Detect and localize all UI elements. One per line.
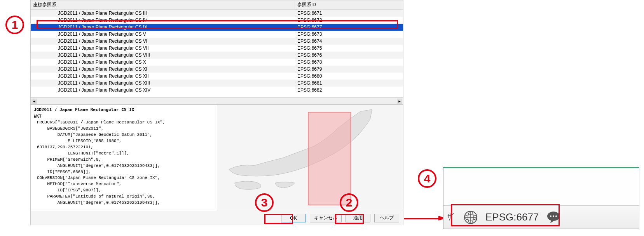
globe-icon[interactable] — [463, 210, 478, 225]
render-icon: ｻﾞ — [447, 212, 456, 222]
scroll-right-icon[interactable]: ► — [397, 99, 402, 104]
table-row[interactable]: JGD2011 / Japan Plane Rectangular CS IVE… — [31, 17, 403, 24]
table-header: 座標参照系 参照系ID — [31, 0, 403, 10]
crs-id-cell: EPSG:6679 — [295, 66, 403, 73]
crs-id-cell: EPSG:6676 — [295, 52, 403, 59]
table-row[interactable]: JGD2011 / Japan Plane Rectangular CS VII… — [31, 52, 403, 59]
horizontal-scrollbar[interactable]: ◄ ► — [31, 97, 403, 104]
crs-name-cell: JGD2011 / Japan Plane Rectangular CS III — [31, 10, 295, 17]
crs-id-cell: EPSG:6675 — [295, 45, 403, 52]
ok-button[interactable]: OK — [281, 214, 306, 222]
wkt-title: JGD2011 / Japan Plane Rectangular CS IX — [34, 107, 214, 112]
annotation-4: 4 — [418, 169, 436, 188]
crs-id-cell: EPSG:6673 — [295, 31, 403, 38]
annotation-2: 2 — [340, 193, 358, 212]
table-row[interactable]: JGD2011 / Japan Plane Rectangular CS XEP… — [31, 59, 403, 66]
crs-table: 座標参照系 参照系ID JGD2011 / Japan Plane Rectan… — [31, 0, 403, 104]
annotation-1: 1 — [5, 16, 24, 34]
apply-button[interactable]: 適用 — [346, 214, 370, 222]
svg-point-8 — [550, 215, 552, 217]
table-row[interactable]: JGD2011 / Japan Plane Rectangular CS XII… — [31, 80, 403, 87]
crs-id-cell: EPSG:6672 — [295, 17, 403, 24]
crs-name-cell: JGD2011 / Japan Plane Rectangular CS XII — [31, 73, 295, 80]
header-id[interactable]: 参照系ID — [295, 0, 403, 9]
table-row[interactable]: JGD2011 / Japan Plane Rectangular CS XIV… — [31, 87, 403, 94]
crs-name-cell: JGD2011 / Japan Plane Rectangular CS X — [31, 59, 295, 66]
wkt-panel[interactable]: JGD2011 / Japan Plane Rectangular CS IX … — [31, 105, 217, 211]
crs-id-cell: EPSG:6671 — [295, 10, 403, 17]
annotation-3: 3 — [255, 193, 274, 212]
crs-id-cell: EPSG:6682 — [295, 87, 403, 94]
wkt-label: WKT — [34, 114, 214, 119]
crs-id-cell: EPSG:6678 — [295, 59, 403, 66]
map-preview[interactable] — [217, 105, 403, 211]
status-strip: ｻﾞ EPSG:6677 — [443, 205, 639, 229]
table-row[interactable]: JGD2011 / Japan Plane Rectangular CS III… — [31, 10, 403, 17]
crs-name-cell: JGD2011 / Japan Plane Rectangular CS IX — [31, 24, 295, 31]
scroll-left-icon[interactable]: ◄ — [31, 99, 37, 104]
table-body[interactable]: JGD2011 / Japan Plane Rectangular CS III… — [31, 10, 403, 97]
header-crs[interactable]: 座標参照系 — [31, 0, 295, 9]
table-row[interactable]: JGD2011 / Japan Plane Rectangular CS XIE… — [31, 66, 403, 73]
messages-icon[interactable] — [546, 210, 561, 225]
wkt-content: PROJCRS["JGD2011 / Japan Plane Rectangul… — [34, 120, 214, 206]
help-button[interactable]: ヘルプ — [374, 214, 399, 222]
crs-name-cell: JGD2011 / Japan Plane Rectangular CS V — [31, 31, 295, 38]
crs-id-cell: EPSG:6674 — [295, 38, 403, 45]
crs-name-cell: JGD2011 / Japan Plane Rectangular CS IV — [31, 17, 295, 24]
crs-name-cell: JGD2011 / Japan Plane Rectangular CS VII — [31, 45, 295, 52]
crs-name-cell: JGD2011 / Japan Plane Rectangular CS VII… — [31, 52, 295, 59]
crs-id-cell: EPSG:6680 — [295, 73, 403, 80]
table-row[interactable]: JGD2011 / Japan Plane Rectangular CS XII… — [31, 73, 403, 80]
table-row[interactable]: JGD2011 / Japan Plane Rectangular CS IXE… — [31, 24, 403, 31]
japan-map-icon — [217, 105, 403, 211]
crs-name-cell: JGD2011 / Japan Plane Rectangular CS XII… — [31, 80, 295, 87]
crs-id-cell: EPSG:6677 — [295, 24, 403, 31]
crs-name-cell: JGD2011 / Japan Plane Rectangular CS XI — [31, 66, 295, 73]
statusbar-callout: ｻﾞ EPSG:6677 — [443, 167, 639, 229]
svg-rect-1 — [308, 112, 351, 205]
arrow-line — [404, 218, 439, 219]
button-bar: OK キャンセル 適用 ヘルプ — [31, 211, 403, 225]
status-epsg[interactable]: EPSG:6677 — [485, 211, 539, 223]
svg-point-10 — [555, 215, 557, 217]
table-row[interactable]: JGD2011 / Japan Plane Rectangular CS VII… — [31, 45, 403, 52]
table-row[interactable]: JGD2011 / Japan Plane Rectangular CS VEP… — [31, 31, 403, 38]
crs-dialog: 座標参照系 参照系ID JGD2011 / Japan Plane Rectan… — [30, 0, 403, 225]
svg-point-9 — [553, 215, 554, 217]
crs-name-cell: JGD2011 / Japan Plane Rectangular CS VI — [31, 38, 295, 45]
crs-name-cell: JGD2011 / Japan Plane Rectangular CS XIV — [31, 87, 295, 94]
cancel-button[interactable]: キャンセル — [310, 214, 342, 222]
table-row[interactable]: JGD2011 / Japan Plane Rectangular CS VIE… — [31, 38, 403, 45]
crs-id-cell: EPSG:6681 — [295, 80, 403, 87]
